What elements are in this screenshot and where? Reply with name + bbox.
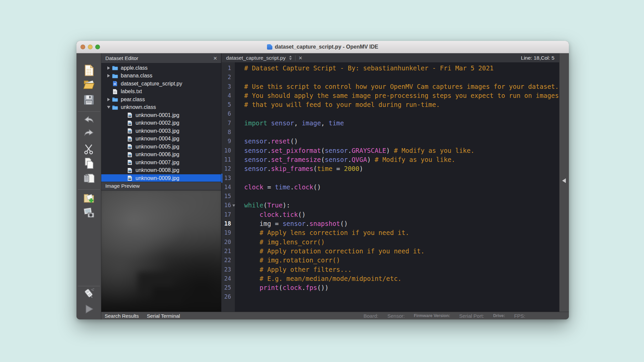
code-line[interactable]: 4# You should apply the same image pre-p…	[221, 91, 559, 100]
code-line-text: # img.lens_corr()	[235, 238, 559, 247]
tree-item[interactable]: unknown-0001.jpg	[101, 111, 221, 119]
image-file-icon	[127, 168, 133, 173]
statusbar-field: Serial Port:	[459, 313, 484, 319]
code-line[interactable]: 7import sensor, image, time	[221, 119, 559, 128]
zoom-window-button[interactable]	[95, 45, 100, 49]
editor-tab[interactable]: dataset_capture_script.py	[226, 55, 286, 61]
image-preview-header: Image Preview	[101, 182, 221, 190]
code-line[interactable]: 3# Use this script to control how your O…	[221, 82, 559, 91]
code-line[interactable]: 10sensor.set_pixformat(sensor.GRAYSCALE)…	[221, 146, 559, 155]
close-window-button[interactable]	[80, 45, 85, 49]
line-number: 6	[221, 109, 235, 118]
titlebar[interactable]: dataset_capture_script.py - OpenMV IDE	[76, 41, 569, 53]
undo-button[interactable]	[82, 113, 96, 126]
code-line[interactable]: 14clock = time.clock()	[221, 183, 559, 192]
tree-item[interactable]: unknown-0004.jpg	[101, 135, 221, 143]
minimize-window-button[interactable]	[88, 45, 93, 49]
image-preview	[101, 190, 221, 312]
code-line[interactable]: 18 img = sensor.snapshot()	[221, 219, 559, 228]
code-line[interactable]: 11sensor.set_framesize(sensor.QVGA) # Mo…	[221, 155, 559, 164]
new-file-button[interactable]	[82, 64, 96, 77]
tree-item[interactable]: labels.txt	[101, 88, 221, 96]
run-script-button[interactable]	[82, 302, 96, 316]
disclosure-expanded-icon[interactable]	[106, 106, 111, 109]
redo-button[interactable]	[82, 126, 96, 139]
line-number: 20	[221, 238, 235, 247]
line-number: 11	[221, 155, 235, 164]
disclosure-collapsed-icon[interactable]	[106, 98, 111, 101]
tree-item[interactable]: unknown-0005.jpg	[101, 143, 221, 151]
dataset-editor-title: Dataset Editor	[105, 55, 138, 61]
open-folder-button[interactable]	[82, 78, 96, 91]
dataset-editor-header: Dataset Editor ×	[101, 53, 221, 63]
new-class-folder-button[interactable]	[82, 191, 96, 205]
code-line[interactable]: 22 # img.rotation_corr()	[221, 256, 559, 265]
code-line[interactable]: 5# that you will feed to your model duri…	[221, 100, 559, 109]
code-line[interactable]: 25 print(clock.fps())	[221, 283, 559, 292]
copy-button[interactable]	[82, 157, 96, 170]
code-line[interactable]: 12sensor.skip_frames(time = 2000)	[221, 164, 559, 173]
tree-item-label: unknown-0008.jpg	[136, 167, 179, 173]
image-file-icon	[127, 112, 133, 118]
editor-tabbar: dataset_capture_script.py × Line: 18,Col…	[221, 53, 559, 62]
close-dataset-editor-button[interactable]: ×	[213, 55, 217, 61]
code-line[interactable]: 15	[221, 192, 559, 201]
toolbar-separator	[78, 189, 100, 190]
code-line[interactable]: 19 # Apply lens correction if you need i…	[221, 228, 559, 237]
open-folder-icon	[83, 78, 95, 91]
line-number: 15	[221, 192, 235, 201]
statusbar-tab-serial-terminal[interactable]: Serial Terminal	[147, 313, 180, 319]
line-number: 4	[221, 91, 235, 100]
cut-button[interactable]	[82, 142, 96, 156]
expand-panel-arrow-icon[interactable]	[562, 178, 566, 183]
code-line[interactable]: 21 # Apply rotation correction if you ne…	[221, 247, 559, 256]
tree-item-label: labels.txt	[121, 88, 142, 95]
tree-item[interactable]: unknown-0008.jpg	[101, 167, 221, 175]
tree-item[interactable]: unknown.class	[101, 104, 221, 112]
code-area[interactable]: 1# Dataset Capture Script - By: sebastia…	[221, 62, 559, 312]
code-line[interactable]: 2	[221, 73, 559, 82]
code-line[interactable]: 6	[221, 109, 559, 118]
tree-item[interactable]: apple.class	[101, 64, 221, 72]
save-image-button[interactable]	[82, 206, 96, 220]
disclosure-collapsed-icon[interactable]	[106, 66, 111, 70]
statusbar-field: Firmware Version:	[414, 313, 450, 318]
image-file-icon	[127, 136, 133, 142]
code-line-text: img = sensor.snapshot()	[235, 219, 559, 228]
tree-item[interactable]: unknown-0002.jpg	[101, 119, 221, 127]
tree-item-label: unknown-0002.jpg	[136, 120, 179, 126]
tree-item[interactable]: banana.class	[101, 72, 221, 80]
tree-item[interactable]: unknown-0003.jpg	[101, 127, 221, 135]
code-line-text	[235, 174, 559, 183]
disclosure-collapsed-icon[interactable]	[106, 74, 111, 77]
code-line[interactable]: 20 # img.lens_corr()	[221, 238, 559, 247]
tree-item[interactable]: dataset_capture_script.py	[101, 80, 221, 88]
tree-item-label: dataset_capture_script.py	[121, 81, 182, 87]
code-line[interactable]: 9sensor.reset()	[221, 137, 559, 146]
fold-chevron-icon[interactable]	[232, 204, 235, 207]
save-button[interactable]	[82, 93, 96, 107]
code-line[interactable]: 8	[221, 128, 559, 137]
code-line[interactable]: 17 clock.tick()	[221, 210, 559, 219]
code-line[interactable]: 13	[221, 174, 559, 183]
code-line[interactable]: 23 # Apply other filters...	[221, 265, 559, 274]
tree-item-label: unknown.class	[121, 104, 156, 110]
code-line[interactable]: 26	[221, 292, 559, 301]
tree-item[interactable]: unknown-0007.jpg	[101, 159, 221, 167]
statusbar-tab-search-results[interactable]: Search Results	[105, 313, 139, 319]
close-tab-button[interactable]: ×	[299, 55, 303, 61]
tree-item[interactable]: unknown-0009.jpg	[101, 174, 221, 182]
line-number: 26	[221, 292, 235, 301]
code-line[interactable]: 16while(True):	[221, 201, 559, 210]
tree-item[interactable]: unknown-0006.jpg	[101, 151, 221, 159]
code-line[interactable]: 1# Dataset Capture Script - By: sebastia…	[221, 64, 559, 73]
folder-icon	[112, 97, 118, 102]
paste-icon	[83, 172, 95, 185]
statusbar-field: Board:	[364, 313, 378, 319]
paste-button[interactable]	[82, 172, 96, 185]
right-panel-strip	[559, 53, 569, 312]
code-line[interactable]: 24 # E.g. mean/median/mode/midpoint/etc.	[221, 274, 559, 283]
tab-selector-arrows-icon[interactable]	[289, 56, 292, 60]
connect-button[interactable]	[82, 287, 96, 300]
tree-item[interactable]: pear.class	[101, 96, 221, 104]
